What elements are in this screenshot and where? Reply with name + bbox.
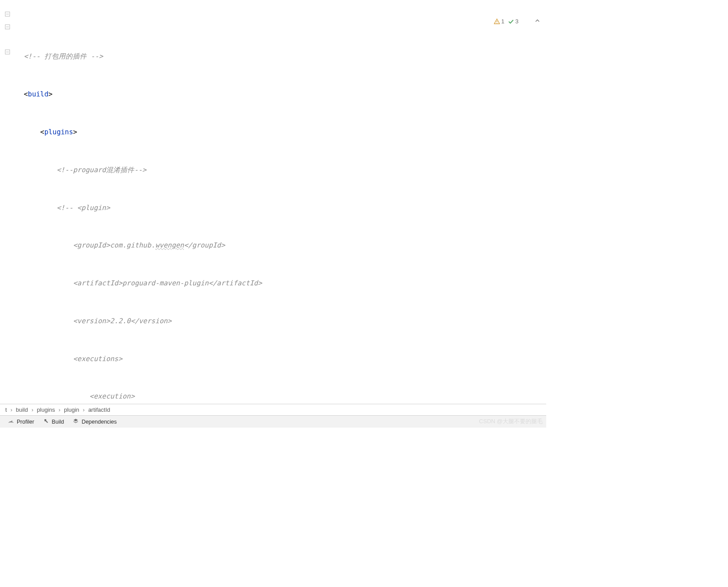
chevron-up-icon[interactable] xyxy=(522,3,540,41)
gutter xyxy=(0,0,15,404)
breadcrumb[interactable]: plugin xyxy=(63,406,80,413)
breadcrumb[interactable]: artifactId xyxy=(87,406,111,413)
ok-count: 3 xyxy=(515,15,518,28)
breadcrumb-bar: t › build › plugins › plugin › artifactI… xyxy=(0,404,546,415)
build-tool-button[interactable]: Build xyxy=(39,416,69,428)
gauge-icon xyxy=(8,418,14,425)
layers-icon xyxy=(73,418,79,425)
chevron-right-icon: › xyxy=(56,406,63,413)
svg-point-7 xyxy=(496,22,497,23)
chevron-right-icon: › xyxy=(8,406,15,413)
tool-label: Profiler xyxy=(17,419,34,425)
fold-handle-icon[interactable] xyxy=(4,11,11,17)
warning-count: 1 xyxy=(501,15,504,28)
svg-point-9 xyxy=(11,422,11,423)
fold-handle-icon[interactable] xyxy=(4,49,11,55)
inspection-widget[interactable]: 1 3 xyxy=(494,3,540,41)
breadcrumb[interactable]: plugins xyxy=(36,406,56,413)
tool-label: Dependencies xyxy=(81,419,117,425)
code-comment: <!-- 打包用的插件 --> xyxy=(24,50,103,63)
tool-label: Build xyxy=(52,419,64,425)
profiler-tool-button[interactable]: Profiler xyxy=(4,416,39,428)
breadcrumb[interactable]: build xyxy=(15,406,29,413)
warning-indicator[interactable]: 1 xyxy=(494,15,504,28)
ok-indicator[interactable]: 3 xyxy=(508,15,518,28)
hammer-icon xyxy=(43,418,49,425)
chevron-right-icon: › xyxy=(29,406,36,413)
editor-area: 1 3 <!-- 打包用的插件 --> <build> <plugins> <!… xyxy=(0,0,546,404)
tool-window-bar: Profiler Build Dependencies xyxy=(0,415,546,428)
code-comment: <!--proguard混淆插件--> xyxy=(57,164,147,177)
dependencies-tool-button[interactable]: Dependencies xyxy=(68,416,121,428)
chevron-right-icon: › xyxy=(80,406,87,413)
code-content[interactable]: 1 3 <!-- 打包用的插件 --> <build> <plugins> <!… xyxy=(15,0,546,404)
breadcrumb[interactable]: t xyxy=(4,406,8,413)
fold-handle-icon[interactable] xyxy=(4,24,11,30)
